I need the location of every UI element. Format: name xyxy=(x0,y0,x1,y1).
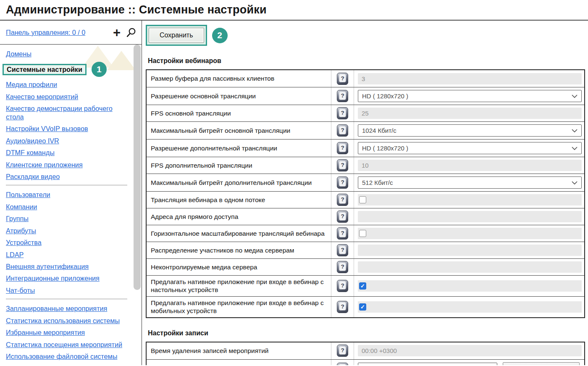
help-button[interactable]: ? xyxy=(337,211,348,223)
help-button[interactable]: ? xyxy=(337,142,348,154)
sidebar-item[interactable]: Атрибуты xyxy=(6,227,129,235)
setting-checkbox[interactable] xyxy=(359,282,366,290)
help-icon: ? xyxy=(339,126,346,134)
setting-control xyxy=(354,225,584,242)
setting-control: 1024 Кбит/с xyxy=(354,122,584,139)
save-button[interactable]: Сохранить xyxy=(149,28,204,43)
help-button[interactable]: ? xyxy=(337,363,348,366)
scrollbar-thumb[interactable] xyxy=(134,45,141,290)
help-button[interactable]: ? xyxy=(337,345,348,357)
setting-control: 3 xyxy=(354,70,584,87)
help-icon: ? xyxy=(339,74,346,82)
help-button[interactable]: ? xyxy=(337,301,348,313)
sidebar-item[interactable]: Интеграционные приложения xyxy=(6,274,129,282)
default-button[interactable]: По умолчанию xyxy=(503,362,580,366)
settings-row: Неконтролируемые медиа сервера? xyxy=(147,258,584,275)
system-settings-page: Администрирование :: Системные настройки… xyxy=(0,0,588,366)
setting-label: Трансляция вебинара в одном потоке xyxy=(147,192,331,208)
sidebar-item[interactable]: Клиентские приложения xyxy=(6,161,129,169)
main-panel: Сохранить 2 Настройки вебинаровРазмер бу… xyxy=(142,21,588,365)
help-button[interactable]: ? xyxy=(337,227,348,240)
sidebar-header-icons: + xyxy=(113,26,136,39)
setting-select[interactable]: HD xyxy=(358,363,497,366)
help-icon: ? xyxy=(339,179,346,186)
sidebar-item[interactable]: Раскладки видео xyxy=(6,173,129,181)
settings-row: FPS основной трансляции?25 xyxy=(147,105,584,121)
help-icon: ? xyxy=(339,347,346,354)
help-cell: ? xyxy=(331,105,354,121)
sidebar-item[interactable]: Пользователи xyxy=(6,191,129,199)
page-title: Администрирование :: Системные настройки xyxy=(6,3,582,16)
sidebar-item[interactable]: Использование файловой системы xyxy=(6,353,129,361)
sidebar-item[interactable]: Активные пользователи xyxy=(6,365,129,366)
sidebar-item[interactable]: Чат-боты xyxy=(6,287,129,295)
sidebar-item[interactable]: Статистика посещения мероприятий xyxy=(6,341,129,349)
settings-row: Адреса для прямого доступа? xyxy=(147,208,584,225)
annotation-highlight-save: Сохранить xyxy=(146,25,207,46)
help-button[interactable]: ? xyxy=(337,176,348,189)
setting-label: Разрешение записи xyxy=(147,360,331,366)
help-icon: ? xyxy=(339,364,346,365)
help-button[interactable]: ? xyxy=(337,159,348,171)
sidebar-item[interactable]: Качество мероприятий xyxy=(6,93,129,101)
sidebar-item-current[interactable]: Системные настройки xyxy=(3,64,87,75)
help-cell: ? xyxy=(331,259,354,275)
setting-select[interactable]: 512 Кбит/с xyxy=(358,176,582,189)
help-cell: ? xyxy=(331,225,354,242)
sidebar-item[interactable]: Компании xyxy=(6,203,129,211)
help-button[interactable]: ? xyxy=(337,90,348,102)
help-button[interactable]: ? xyxy=(337,73,348,85)
sidebar-item[interactable]: Избранные мероприятия xyxy=(6,329,129,337)
select-value: HD ( 1280x720 ) xyxy=(362,92,408,100)
help-button[interactable]: ? xyxy=(337,107,348,119)
sidebar: Панель управления: 0 / 0 + ДоменыСистемн… xyxy=(0,21,142,365)
sidebar-item[interactable]: Качество демонстрации рабочего стола xyxy=(6,105,129,121)
control-panel-link[interactable]: Панель управления: 0 / 0 xyxy=(6,29,85,37)
sidebar-item[interactable]: DTMF команды xyxy=(6,149,129,157)
sidebar-item[interactable]: Аудио/видео IVR xyxy=(6,137,129,145)
setting-control: 00:00 +0300 xyxy=(354,342,584,359)
help-button[interactable]: ? xyxy=(337,261,348,273)
sidebar-item[interactable]: Настройки VVoIP вызовов xyxy=(6,125,129,133)
sidebar-item[interactable]: Группы xyxy=(6,215,129,223)
settings-row: Разрешение дополнительной трансляции?HD … xyxy=(147,139,584,157)
setting-checkbox[interactable] xyxy=(359,230,366,237)
setting-select[interactable]: HD ( 1280x720 ) xyxy=(358,142,582,154)
setting-control: HD ( 1280x720 ) xyxy=(354,87,584,105)
help-button[interactable]: ? xyxy=(337,244,348,256)
setting-input-disabled: 3 xyxy=(358,73,582,84)
add-icon[interactable]: + xyxy=(113,26,121,39)
sidebar-group-divider xyxy=(6,299,127,299)
setting-label: Неконтролируемые медиа сервера xyxy=(147,259,331,275)
sidebar-item[interactable]: LDAP xyxy=(6,251,129,259)
help-button[interactable]: ? xyxy=(337,124,348,137)
sidebar-item[interactable]: Устройства xyxy=(6,239,129,247)
settings-row: Горизонтальное масштабирование трансляци… xyxy=(147,225,584,242)
search-icon[interactable] xyxy=(126,27,136,38)
setting-checkbox[interactable] xyxy=(359,196,366,203)
settings-table: Время удаления записей мероприятий?00:00… xyxy=(146,342,585,366)
help-cell: ? xyxy=(331,297,354,317)
sidebar-item[interactable]: Запланированные мероприятия xyxy=(6,305,129,313)
help-icon: ? xyxy=(339,263,346,271)
help-cell: ? xyxy=(331,70,354,87)
help-icon: ? xyxy=(339,213,346,220)
help-button[interactable]: ? xyxy=(337,194,348,206)
sidebar-scrollbar[interactable] xyxy=(134,45,141,365)
help-cell: ? xyxy=(331,122,354,139)
sidebar-item[interactable]: Медиа профили xyxy=(6,81,129,89)
setting-checkbox[interactable] xyxy=(359,303,366,311)
help-button[interactable]: ? xyxy=(337,280,348,292)
help-icon: ? xyxy=(339,109,346,117)
setting-control xyxy=(354,242,584,258)
setting-select[interactable]: 1024 Кбит/с xyxy=(358,124,582,137)
setting-select[interactable]: HD ( 1280x720 ) xyxy=(358,90,582,102)
sidebar-item[interactable]: Внешняя аутентификация xyxy=(6,263,129,271)
setting-control: 25 xyxy=(354,105,584,121)
setting-label: Предлагать нативное приложение при входе… xyxy=(147,276,331,296)
help-cell: ? xyxy=(331,242,354,258)
sidebar-item[interactable]: Домены xyxy=(6,50,129,58)
sidebar-item[interactable]: Статистика использования системы xyxy=(6,317,129,325)
sidebar-body: ДоменыСистемные настройки1Медиа профилиК… xyxy=(0,45,142,365)
setting-control: HD ( 1280x720 ) xyxy=(354,140,584,157)
